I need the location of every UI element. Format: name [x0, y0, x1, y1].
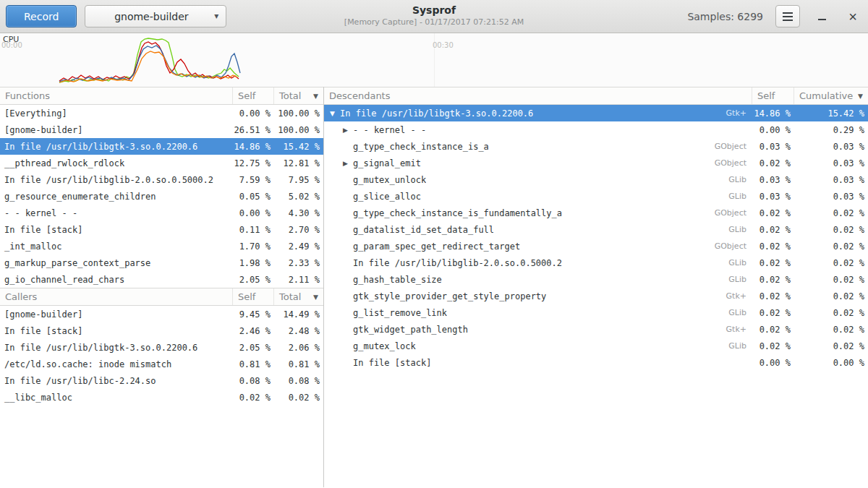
self-value: 0.00 %	[752, 354, 794, 371]
self-value: 7.59 %	[233, 171, 274, 188]
cumulative-value: 0.02 %	[794, 221, 868, 238]
close-button[interactable]: ×	[843, 7, 862, 26]
table-row[interactable]: g_io_channel_read_chars2.05 %2.11 %	[0, 271, 323, 288]
table-row[interactable]: In file [stack]0.00 %0.00 %	[324, 354, 868, 371]
self-value: 0.03 %	[752, 171, 794, 188]
descendant-name-cell: g_mutex_lockGLib	[324, 338, 752, 354]
table-row[interactable]: /etc/ld.so.cache: inode mismatch0.81 %0.…	[0, 356, 323, 372]
cumulative-value: 0.02 %	[794, 338, 868, 354]
close-icon: ×	[848, 9, 857, 24]
function-name: [Everything]	[0, 105, 233, 121]
table-row[interactable]: [gnome-builder]26.51 %100.00 %	[0, 121, 323, 138]
table-row[interactable]: [gnome-builder]9.45 %14.49 %	[0, 306, 323, 322]
column-header-descendants[interactable]: Descendants	[324, 87, 752, 104]
function-name: g_io_channel_read_chars	[0, 271, 233, 288]
cumulative-value: 0.03 %	[794, 138, 868, 155]
table-row[interactable]: In file [stack]2.46 %2.48 %	[0, 322, 323, 339]
table-row[interactable]: g_type_check_instance_is_aGObject0.03 %0…	[324, 138, 868, 155]
self-value: 0.05 %	[233, 188, 274, 205]
table-row[interactable]: In file /usr/lib/libgtk-3.so.0.2200.62.0…	[0, 339, 323, 356]
table-row[interactable]: g_markup_parse_context_parse1.98 %2.33 %	[0, 254, 323, 271]
column-header-self[interactable]: Self	[752, 87, 794, 104]
cumulative-value: 0.02 %	[794, 271, 868, 288]
self-value: 0.02 %	[752, 321, 794, 338]
column-header-total[interactable]: Total ▼	[274, 87, 323, 104]
self-value: 0.02 %	[752, 205, 794, 221]
table-row[interactable]: [Everything]0.00 %100.00 %	[0, 105, 323, 121]
expand-icon[interactable]: ▶	[343, 160, 353, 167]
function-name: g_markup_parse_context_parse	[0, 254, 233, 271]
table-row[interactable]: gtk_style_provider_get_style_propertyGtk…	[324, 288, 868, 304]
time-label-mid: 00:30	[433, 41, 454, 49]
table-row[interactable]: _int_malloc1.70 %2.49 %	[0, 238, 323, 254]
descendant-name-cell: In file /usr/lib/libglib-2.0.so.0.5000.2…	[324, 254, 752, 271]
function-name: __pthread_rwlock_rdlock	[0, 155, 233, 171]
descendant-name-cell: ▶- - kernel - -	[324, 121, 752, 138]
cumulative-value: 0.02 %	[794, 205, 868, 221]
category-label: GLib	[728, 308, 752, 317]
table-row[interactable]: g_slice_allocGLib0.03 %0.03 %	[324, 188, 868, 205]
category-label: GLib	[728, 192, 752, 201]
category-label: GLib	[728, 175, 752, 184]
table-row[interactable]: g_list_remove_linkGLib0.02 %0.02 %	[324, 304, 868, 321]
self-value: 9.45 %	[233, 306, 274, 322]
column-header-functions[interactable]: Functions	[0, 87, 233, 104]
self-value: 14.86 %	[233, 138, 274, 155]
column-header-self[interactable]: Self	[233, 288, 274, 305]
table-row[interactable]: In file [stack]0.11 %2.70 %	[0, 221, 323, 238]
table-row[interactable]: In file /usr/lib/libc-2.24.so0.08 %0.08 …	[0, 372, 323, 389]
category-label: Gtk+	[726, 291, 752, 301]
table-row[interactable]: - - kernel - -0.00 %4.30 %	[0, 205, 323, 221]
function-name: g_type_check_instance_is_a	[353, 142, 489, 152]
table-row[interactable]: In file /usr/lib/libglib-2.0.so.0.5000.2…	[0, 171, 323, 188]
function-name: g_resource_enumerate_children	[0, 188, 233, 205]
table-row[interactable]: ▶g_signal_emitGObject0.02 %0.03 %	[324, 155, 868, 171]
table-row[interactable]: g_mutex_unlockGLib0.03 %0.03 %	[324, 171, 868, 188]
category-label: GLib	[728, 258, 752, 267]
total-value: 0.81 %	[274, 356, 323, 372]
table-row[interactable]: ▶- - kernel - -0.00 %0.29 %	[324, 121, 868, 138]
record-button[interactable]: Record	[6, 5, 77, 27]
column-header-cumulative[interactable]: Cumulative ▼	[794, 87, 868, 104]
function-name: g_type_check_instance_is_fundamentally_a	[353, 208, 562, 218]
table-row[interactable]: g_type_check_instance_is_fundamentally_a…	[324, 205, 868, 221]
table-row[interactable]: __pthread_rwlock_rdlock12.75 %12.81 %	[0, 155, 323, 171]
cumulative-value: 0.00 %	[794, 354, 868, 371]
chevron-down-icon: ▾	[214, 11, 218, 21]
expand-icon[interactable]: ▶	[343, 127, 353, 134]
column-header-self[interactable]: Self	[233, 87, 274, 104]
function-name: g_mutex_lock	[353, 341, 416, 351]
table-row[interactable]: g_param_spec_get_redirect_targetGObject0…	[324, 238, 868, 254]
function-name: - - kernel - -	[0, 205, 233, 221]
function-name: _int_malloc	[0, 238, 233, 254]
table-row[interactable]: g_resource_enumerate_children0.05 %5.02 …	[0, 188, 323, 205]
table-row[interactable]: g_mutex_lockGLib0.02 %0.02 %	[324, 338, 868, 354]
table-row[interactable]: g_hash_table_sizeGLib0.02 %0.02 %	[324, 271, 868, 288]
column-header-callers[interactable]: Callers	[0, 288, 233, 305]
cpu-graph[interactable]: CPU 00:00 00:30	[0, 33, 868, 87]
function-name: g_list_remove_link	[353, 308, 447, 318]
function-name: g_signal_emit	[353, 158, 421, 168]
collapse-icon[interactable]: ▼	[330, 110, 340, 117]
column-header-total[interactable]: Total ▼	[274, 288, 323, 305]
table-row[interactable]: In file /usr/lib/libgtk-3.so.0.2200.614.…	[0, 138, 323, 155]
table-row[interactable]: g_datalist_id_set_data_fullGLib0.02 %0.0…	[324, 221, 868, 238]
function-name: In file [stack]	[0, 221, 233, 238]
table-row[interactable]: In file /usr/lib/libglib-2.0.so.0.5000.2…	[324, 254, 868, 271]
samples-count: Samples: 6299	[687, 11, 763, 22]
table-row[interactable]: ▼In file /usr/lib/libgtk-3.so.0.2200.6Gt…	[324, 105, 868, 121]
table-row[interactable]: gtk_widget_path_lengthGtk+0.02 %0.02 %	[324, 321, 868, 338]
category-label: GObject	[715, 241, 752, 251]
total-value: 2.48 %	[274, 322, 323, 339]
time-label-start: 00:00	[1, 41, 22, 49]
descendant-name-cell: ▶g_signal_emitGObject	[324, 155, 752, 171]
function-name: g_param_spec_get_redirect_target	[353, 241, 520, 252]
cumulative-value: 0.02 %	[794, 288, 868, 304]
process-selector[interactable]: gnome-builder ▾	[85, 5, 226, 27]
minimize-button[interactable]	[812, 7, 831, 26]
callers-table-body: [gnome-builder]9.45 %14.49 %In file [sta…	[0, 306, 323, 406]
menu-button[interactable]	[775, 5, 800, 27]
table-row[interactable]: __libc_malloc0.02 %0.02 %	[0, 389, 323, 406]
self-value: 0.03 %	[752, 138, 794, 155]
function-name: In file [stack]	[0, 322, 233, 339]
